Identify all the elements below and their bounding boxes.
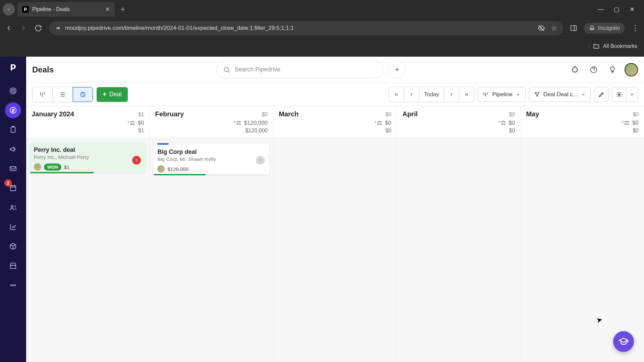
app-logo[interactable] [7, 61, 19, 73]
chevron-down-icon [516, 92, 521, 97]
card-accent [157, 143, 169, 145]
user-avatar[interactable] [625, 63, 638, 76]
deal-progress [153, 174, 269, 175]
view-pipeline-button[interactable] [33, 87, 53, 102]
add-deal-label: Deal [109, 91, 122, 98]
add-deal-button[interactable]: + Deal [97, 87, 128, 102]
sidebar-item-projects[interactable] [5, 122, 21, 138]
knowledge-fab[interactable] [613, 331, 634, 352]
status-indicator-none[interactable] [256, 156, 265, 165]
side-panel-icon[interactable] [570, 24, 577, 32]
tab-search-button[interactable] [3, 3, 15, 15]
svg-point-9 [11, 285, 12, 286]
nav-prev-button[interactable] [404, 87, 419, 102]
month-total: $0 [509, 112, 515, 118]
incognito-indicator[interactable]: Incognito [584, 23, 625, 34]
nav-last-button[interactable] [459, 87, 474, 102]
back-button[interactable] [5, 24, 13, 32]
browser-tab[interactable]: P Pipeline - Deals ✕ [17, 2, 115, 17]
pipeline-label: Pipeline [492, 91, 513, 98]
month-bottom: $1 [138, 128, 144, 134]
forward-button[interactable] [19, 24, 28, 32]
sidebar-item-deals[interactable] [5, 102, 21, 118]
sidebar-item-leads[interactable] [5, 83, 21, 99]
chevron-left-icon [409, 92, 414, 97]
bookmarks-bar: | All Bookmarks [0, 38, 644, 54]
deal-amount: $120,000 [167, 166, 189, 172]
target-icon [9, 87, 17, 95]
month-total: $0 [385, 112, 391, 118]
close-tab-button[interactable]: ✕ [105, 6, 110, 13]
sidebar-item-mail[interactable] [5, 161, 21, 177]
bookmark-button[interactable]: ☆ [551, 24, 557, 32]
tab-bar: P Pipeline - Deals ✕ + ― ▢ ✕ [0, 0, 644, 19]
address-bar[interactable]: moodjoy.pipedrive.com/timeline/month/202… [49, 21, 563, 35]
filter-selector[interactable]: Deal Deal c... [529, 87, 591, 102]
sidebar-item-campaigns[interactable] [5, 141, 21, 157]
sidebar: 2 [0, 57, 26, 362]
won-badge: WON [44, 164, 61, 171]
deal-card-perry[interactable]: Perry Inc. deal Perry Inc., Michael Perr… [30, 143, 146, 174]
incognito-icon [589, 25, 595, 32]
view-list-button[interactable] [53, 87, 73, 102]
svg-point-3 [13, 90, 13, 91]
nav-first-button[interactable] [389, 87, 404, 102]
close-window-button[interactable]: ✕ [630, 6, 635, 13]
nav-today-button[interactable]: Today [419, 87, 444, 102]
settings-button[interactable] [612, 87, 638, 102]
timeline-col-february: Big Corp deal Big Corp, Mr. Shawn Kelly … [150, 138, 273, 362]
sidebar-item-more[interactable] [5, 277, 21, 293]
kanban-icon [39, 91, 46, 98]
reload-button[interactable] [34, 24, 42, 32]
tips-button[interactable] [606, 63, 619, 76]
svg-point-15 [619, 94, 620, 95]
timeline-body: Perry Inc. deal Perry Inc., Michael Perr… [26, 138, 644, 362]
deal-card-bigcorp[interactable]: Big Corp deal Big Corp, Mr. Shawn Kelly … [153, 143, 269, 176]
store-icon [9, 262, 17, 270]
maximize-button[interactable]: ▢ [614, 6, 620, 13]
help-button[interactable] [587, 63, 600, 76]
deal-title: Perry Inc. deal [34, 146, 142, 154]
month-header-may: May $0 ⁺⚖ $0 $0 [521, 106, 644, 138]
month-weighted: $0 [385, 120, 391, 126]
deal-title: Big Corp deal [157, 148, 265, 156]
chevron-right-icon [449, 92, 454, 97]
all-bookmarks-button[interactable]: All Bookmarks [603, 43, 637, 49]
pipedrive-logo-icon [8, 63, 18, 72]
scale-icon: ⁺⚖ [233, 119, 241, 126]
minimize-button[interactable]: ― [598, 6, 604, 13]
sidebar-item-contacts[interactable] [5, 199, 21, 216]
timeline-header: January 2024 $1 ⁺⚖ $0 $1 February $0 ⁺⚖ … [26, 106, 644, 138]
search-input[interactable]: Search Pipedrive [216, 61, 384, 78]
quick-add-button[interactable]: + [388, 61, 406, 78]
month-total: $1 [138, 112, 144, 118]
month-header-april: April $0 ⁺⚖ $0 $0 [397, 106, 521, 138]
edit-button[interactable] [594, 87, 609, 102]
eye-off-icon[interactable] [538, 24, 545, 32]
owner-avatar [157, 165, 165, 173]
svg-point-8 [11, 205, 13, 207]
arrow-right-icon [20, 24, 27, 32]
nav-next-button[interactable] [444, 87, 459, 102]
browser-menu-button[interactable]: ⋮ [631, 24, 639, 32]
month-name: February [155, 110, 184, 118]
month-header-january: January 2024 $1 ⁺⚖ $0 $1 [26, 106, 150, 138]
month-weighted: $0 [508, 120, 515, 126]
toolbar: + Deal Today [26, 83, 644, 106]
timeline-col-january: Perry Inc. deal Perry Inc., Michael Perr… [26, 138, 150, 362]
month-name: May [526, 110, 539, 118]
pencil-icon [598, 91, 605, 98]
pipeline-selector[interactable]: Pipeline [478, 87, 526, 102]
month-bottom: $0 [633, 128, 639, 134]
sidebar-item-marketplace[interactable] [5, 258, 21, 274]
svg-rect-5 [11, 127, 15, 132]
sidebar-item-activities[interactable]: 2 [5, 180, 21, 196]
addons-button[interactable] [568, 63, 582, 76]
sidebar-item-insights[interactable] [5, 219, 21, 235]
chevron-down-icon [630, 92, 634, 97]
puzzle-icon [571, 66, 579, 74]
activity-badge: 2 [4, 179, 12, 187]
new-tab-button[interactable]: + [117, 5, 128, 14]
sidebar-item-products[interactable] [5, 238, 21, 254]
view-forecast-button[interactable] [73, 87, 93, 102]
